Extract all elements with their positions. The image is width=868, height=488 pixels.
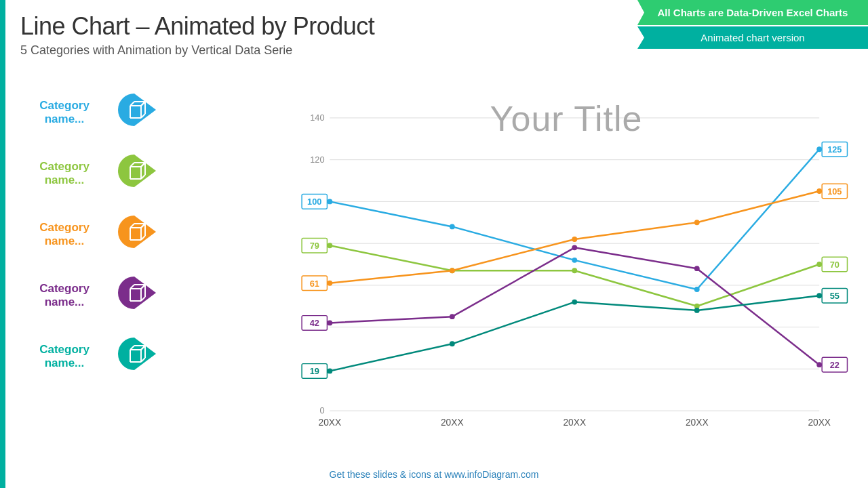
svg-point-73 [572, 258, 577, 263]
left-accent-bar [0, 0, 5, 488]
svg-text:42: 42 [310, 318, 319, 328]
svg-text:20XX: 20XX [319, 418, 342, 428]
svg-point-108 [450, 341, 455, 346]
svg-point-99 [450, 314, 455, 319]
legend: Categoryname...Categoryname...Categoryna… [20, 88, 292, 393]
legend-label-3: Categoryname... [20, 282, 108, 310]
legend-label-1: Categoryname... [20, 160, 108, 188]
svg-text:0: 0 [319, 405, 324, 415]
page-title: Line Chart – Animated by Product [20, 12, 374, 41]
svg-point-89 [327, 281, 332, 286]
legend-label-2: Categoryname... [20, 221, 108, 249]
legend-item-1: Categoryname... [20, 149, 292, 198]
svg-point-71 [327, 199, 332, 204]
legend-icon-1 [115, 149, 164, 198]
header: Line Chart – Animated by Product 5 Categ… [20, 12, 374, 58]
svg-text:120: 120 [310, 155, 324, 165]
svg-point-101 [694, 266, 700, 271]
svg-text:20XX: 20XX [808, 418, 831, 428]
svg-text:20XX: 20XX [563, 418, 586, 428]
svg-text:140: 140 [310, 113, 324, 123]
svg-text:61: 61 [310, 279, 319, 289]
legend-icon-0 [115, 88, 164, 137]
legend-item-0: Categoryname... [20, 88, 292, 137]
svg-point-109 [572, 300, 577, 305]
svg-text:20XX: 20XX [686, 418, 709, 428]
legend-icon-3 [115, 271, 164, 320]
legend-label-0: Categoryname... [20, 99, 108, 127]
svg-point-93 [816, 188, 822, 194]
svg-text:19: 19 [310, 366, 319, 376]
svg-point-91 [572, 237, 577, 242]
svg-text:100: 100 [307, 197, 321, 207]
badge-container: All Charts are Data-Driven Excel Charts … [637, 0, 868, 49]
svg-point-72 [450, 224, 455, 230]
svg-point-82 [572, 268, 577, 273]
svg-point-102 [816, 362, 822, 367]
footer-text: Get these slides & icons at www. [330, 469, 467, 480]
svg-point-80 [327, 243, 332, 248]
chart-area: Your Title 02040608010012014020XX20XX20X… [278, 78, 854, 451]
legend-item-4: Categoryname... [20, 332, 292, 381]
legend-icon-2 [115, 210, 164, 259]
svg-point-100 [572, 245, 577, 250]
footer-link: infoDiagram.com [467, 469, 539, 480]
svg-point-84 [816, 262, 822, 267]
svg-text:70: 70 [830, 260, 840, 270]
page-subtitle: 5 Categories with Animation by Vertical … [20, 43, 374, 58]
svg-point-75 [816, 146, 822, 152]
badge-excel: All Charts are Data-Driven Excel Charts [637, 0, 868, 25]
legend-label-4: Categoryname... [20, 343, 108, 371]
svg-point-92 [694, 220, 700, 225]
svg-point-110 [694, 308, 700, 313]
svg-point-107 [327, 368, 332, 373]
svg-point-90 [450, 268, 455, 273]
badge-animated: Animated chart version [637, 26, 868, 49]
svg-point-74 [694, 287, 700, 292]
footer: Get these slides & icons at www.infoDiag… [20, 469, 848, 480]
svg-point-98 [327, 321, 332, 326]
svg-text:55: 55 [830, 291, 840, 301]
legend-icon-4 [115, 332, 164, 381]
svg-point-111 [816, 293, 822, 298]
line-chart: 02040608010012014020XX20XX20XX20XX20XX10… [278, 78, 854, 451]
svg-text:105: 105 [827, 186, 842, 197]
svg-text:79: 79 [310, 241, 319, 251]
legend-item-3: Categoryname... [20, 271, 292, 320]
svg-text:20XX: 20XX [441, 418, 464, 428]
svg-text:125: 125 [827, 144, 842, 155]
legend-item-2: Categoryname... [20, 210, 292, 259]
svg-text:22: 22 [830, 360, 840, 370]
